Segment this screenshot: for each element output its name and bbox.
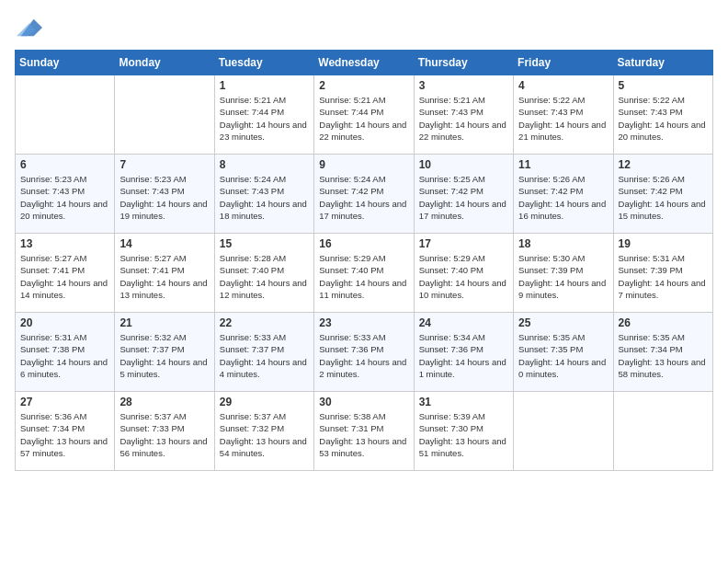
logo	[15, 15, 42, 40]
day-number: 22	[220, 316, 309, 329]
cell-info: Sunrise: 5:25 AM Sunset: 7:42 PM Dayligh…	[419, 173, 508, 222]
day-number: 12	[619, 158, 708, 171]
cell-info: Sunrise: 5:30 AM Sunset: 7:39 PM Dayligh…	[518, 252, 608, 301]
col-saturday: Saturday	[613, 51, 712, 75]
cell-info: Sunrise: 5:21 AM Sunset: 7:43 PM Dayligh…	[419, 94, 508, 143]
cell-day: 17Sunrise: 5:29 AM Sunset: 7:40 PM Dayli…	[414, 234, 513, 313]
cell-day: 7Sunrise: 5:23 AM Sunset: 7:43 PM Daylig…	[115, 155, 214, 234]
day-number: 18	[518, 237, 608, 250]
cell-info: Sunrise: 5:36 AM Sunset: 7:34 PM Dayligh…	[20, 410, 109, 459]
day-number: 26	[619, 316, 708, 329]
cell-day	[514, 392, 613, 471]
day-number: 8	[220, 158, 309, 171]
cell-day: 30Sunrise: 5:38 AM Sunset: 7:31 PM Dayli…	[314, 392, 414, 471]
cell-day: 9Sunrise: 5:24 AM Sunset: 7:42 PM Daylig…	[314, 155, 414, 234]
day-number: 14	[119, 237, 209, 250]
day-number: 3	[419, 79, 508, 92]
cell-day: 26Sunrise: 5:35 AM Sunset: 7:34 PM Dayli…	[613, 313, 712, 392]
cell-info: Sunrise: 5:33 AM Sunset: 7:37 PM Dayligh…	[220, 331, 309, 380]
cell-day: 10Sunrise: 5:25 AM Sunset: 7:42 PM Dayli…	[414, 155, 513, 234]
day-number: 27	[20, 396, 109, 408]
page-header	[15, 15, 713, 40]
cell-day: 1Sunrise: 5:21 AM Sunset: 7:44 PM Daylig…	[214, 75, 313, 155]
cell-day: 27Sunrise: 5:36 AM Sunset: 7:34 PM Dayli…	[16, 392, 115, 471]
cell-day: 19Sunrise: 5:31 AM Sunset: 7:39 PM Dayli…	[613, 234, 712, 313]
cell-day: 18Sunrise: 5:30 AM Sunset: 7:39 PM Dayli…	[514, 234, 613, 313]
cell-day: 5Sunrise: 5:22 AM Sunset: 7:43 PM Daylig…	[613, 75, 712, 155]
col-friday: Friday	[514, 51, 613, 75]
cell-day: 28Sunrise: 5:37 AM Sunset: 7:33 PM Dayli…	[115, 392, 214, 471]
col-tuesday: Tuesday	[214, 51, 313, 75]
calendar-table: Sunday Monday Tuesday Wednesday Thursday…	[15, 50, 713, 471]
cell-info: Sunrise: 5:22 AM Sunset: 7:43 PM Dayligh…	[619, 94, 708, 143]
cell-info: Sunrise: 5:34 AM Sunset: 7:36 PM Dayligh…	[419, 331, 508, 380]
cell-day: 11Sunrise: 5:26 AM Sunset: 7:42 PM Dayli…	[514, 155, 613, 234]
cell-info: Sunrise: 5:24 AM Sunset: 7:43 PM Dayligh…	[220, 173, 309, 222]
cell-info: Sunrise: 5:35 AM Sunset: 7:34 PM Dayligh…	[619, 331, 708, 380]
day-number: 29	[220, 396, 309, 408]
cell-day: 24Sunrise: 5:34 AM Sunset: 7:36 PM Dayli…	[414, 313, 513, 392]
cell-day: 25Sunrise: 5:35 AM Sunset: 7:35 PM Dayli…	[514, 313, 613, 392]
cell-day: 22Sunrise: 5:33 AM Sunset: 7:37 PM Dayli…	[214, 313, 313, 392]
col-wednesday: Wednesday	[314, 51, 414, 75]
cell-info: Sunrise: 5:23 AM Sunset: 7:43 PM Dayligh…	[119, 173, 209, 222]
cell-info: Sunrise: 5:39 AM Sunset: 7:30 PM Dayligh…	[419, 410, 508, 459]
day-number: 31	[419, 396, 508, 408]
day-number: 30	[319, 396, 408, 408]
cell-day: 15Sunrise: 5:28 AM Sunset: 7:40 PM Dayli…	[214, 234, 313, 313]
day-number: 1	[220, 79, 309, 92]
cell-day: 31Sunrise: 5:39 AM Sunset: 7:30 PM Dayli…	[414, 392, 513, 471]
cell-info: Sunrise: 5:26 AM Sunset: 7:42 PM Dayligh…	[518, 173, 608, 222]
cell-info: Sunrise: 5:27 AM Sunset: 7:41 PM Dayligh…	[119, 252, 209, 301]
cell-day: 21Sunrise: 5:32 AM Sunset: 7:37 PM Dayli…	[115, 313, 214, 392]
cell-day: 29Sunrise: 5:37 AM Sunset: 7:32 PM Dayli…	[214, 392, 313, 471]
day-number: 15	[220, 237, 309, 250]
cell-day: 13Sunrise: 5:27 AM Sunset: 7:41 PM Dayli…	[16, 234, 115, 313]
cell-info: Sunrise: 5:29 AM Sunset: 7:40 PM Dayligh…	[419, 252, 508, 301]
day-number: 4	[518, 79, 608, 92]
cell-info: Sunrise: 5:27 AM Sunset: 7:41 PM Dayligh…	[20, 252, 109, 301]
cell-info: Sunrise: 5:21 AM Sunset: 7:44 PM Dayligh…	[220, 94, 309, 143]
day-number: 10	[419, 158, 508, 171]
col-sunday: Sunday	[16, 51, 115, 75]
cell-day: 2Sunrise: 5:21 AM Sunset: 7:44 PM Daylig…	[314, 75, 414, 155]
cell-info: Sunrise: 5:35 AM Sunset: 7:35 PM Dayligh…	[518, 331, 608, 380]
day-number: 11	[518, 158, 608, 171]
day-number: 20	[20, 316, 109, 329]
cell-day	[613, 392, 712, 471]
week-row-3: 13Sunrise: 5:27 AM Sunset: 7:41 PM Dayli…	[16, 234, 713, 313]
cell-day: 12Sunrise: 5:26 AM Sunset: 7:42 PM Dayli…	[613, 155, 712, 234]
day-number: 7	[119, 158, 209, 171]
cell-day	[115, 75, 214, 155]
cell-day	[16, 75, 115, 155]
cell-info: Sunrise: 5:28 AM Sunset: 7:40 PM Dayligh…	[220, 252, 309, 301]
cell-day: 4Sunrise: 5:22 AM Sunset: 7:43 PM Daylig…	[514, 75, 613, 155]
col-monday: Monday	[115, 51, 214, 75]
week-row-2: 6Sunrise: 5:23 AM Sunset: 7:43 PM Daylig…	[16, 155, 713, 234]
cell-info: Sunrise: 5:26 AM Sunset: 7:42 PM Dayligh…	[619, 173, 708, 222]
day-number: 13	[20, 237, 109, 250]
cell-info: Sunrise: 5:37 AM Sunset: 7:32 PM Dayligh…	[220, 410, 309, 459]
cell-day: 8Sunrise: 5:24 AM Sunset: 7:43 PM Daylig…	[214, 155, 313, 234]
cell-info: Sunrise: 5:22 AM Sunset: 7:43 PM Dayligh…	[518, 94, 608, 143]
day-number: 17	[419, 237, 508, 250]
day-number: 25	[518, 316, 608, 329]
cell-info: Sunrise: 5:33 AM Sunset: 7:36 PM Dayligh…	[319, 331, 408, 380]
day-number: 19	[619, 237, 708, 250]
cell-day: 6Sunrise: 5:23 AM Sunset: 7:43 PM Daylig…	[16, 155, 115, 234]
cell-info: Sunrise: 5:38 AM Sunset: 7:31 PM Dayligh…	[319, 410, 408, 459]
day-number: 21	[119, 316, 209, 329]
cell-day: 14Sunrise: 5:27 AM Sunset: 7:41 PM Dayli…	[115, 234, 214, 313]
cell-info: Sunrise: 5:37 AM Sunset: 7:33 PM Dayligh…	[119, 410, 209, 459]
cell-info: Sunrise: 5:21 AM Sunset: 7:44 PM Dayligh…	[319, 94, 408, 143]
logo-icon	[17, 15, 42, 40]
cell-info: Sunrise: 5:29 AM Sunset: 7:40 PM Dayligh…	[319, 252, 408, 301]
cell-info: Sunrise: 5:32 AM Sunset: 7:37 PM Dayligh…	[119, 331, 209, 380]
day-number: 2	[319, 79, 408, 92]
day-number: 28	[119, 396, 209, 408]
day-number: 24	[419, 316, 508, 329]
week-row-1: 1Sunrise: 5:21 AM Sunset: 7:44 PM Daylig…	[16, 75, 713, 155]
week-row-5: 27Sunrise: 5:36 AM Sunset: 7:34 PM Dayli…	[16, 392, 713, 471]
cell-day: 20Sunrise: 5:31 AM Sunset: 7:38 PM Dayli…	[16, 313, 115, 392]
day-number: 16	[319, 237, 408, 250]
